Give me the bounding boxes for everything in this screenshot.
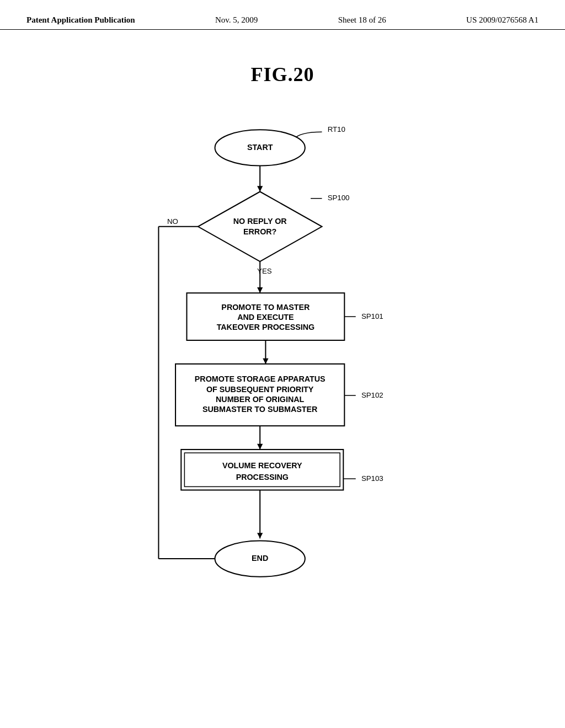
svg-marker-2	[257, 186, 263, 191]
svg-marker-15	[257, 444, 263, 449]
sp102-line2: OF SUBSEQUENT PRIORITY	[206, 385, 314, 394]
page-header: Patent Application Publication Nov. 5, 2…	[0, 0, 565, 30]
sp101-line3: TAKEOVER PROCESSING	[217, 323, 315, 331]
end-label: END	[252, 554, 268, 563]
sp100-label: SP100	[328, 194, 350, 202]
sp103-line1: VOLUME RECOVERY	[222, 461, 302, 470]
svg-marker-19	[257, 533, 263, 538]
sp101-line2: AND EXECUTE	[237, 313, 294, 322]
decision-line2: ERROR?	[243, 227, 276, 236]
yes-label: YES	[257, 267, 272, 275]
flowchart: RT10 START SP100 NO REPLY OR ERROR? YES …	[0, 97, 565, 638]
sp101-label: SP101	[361, 312, 383, 320]
sp102-line1: PROMOTE STORAGE APPARATUS	[195, 374, 326, 383]
sp102-line4: SUBMASTER TO SUBMASTER	[202, 405, 318, 414]
sheet-label: Sheet 18 of 26	[338, 15, 386, 25]
publication-label: Patent Application Publication	[26, 15, 135, 25]
decision-line1: NO REPLY OR	[233, 217, 287, 226]
figure-title: FIG.20	[0, 63, 565, 86]
start-label: START	[247, 143, 273, 152]
svg-marker-12	[263, 358, 268, 364]
sp101-line1: PROMOTE TO MASTER	[221, 303, 310, 312]
svg-marker-5	[257, 287, 263, 293]
sp102-line3: NUMBER OF ORIGINAL	[216, 395, 305, 404]
no-label: NO	[167, 217, 178, 226]
rt10-label: RT10	[328, 125, 345, 133]
date-label: Nov. 5, 2009	[215, 15, 258, 25]
patent-number: US 2009/0276568 A1	[466, 15, 539, 25]
sp102-label: SP102	[361, 391, 383, 399]
sp103-line2: PROCESSING	[236, 473, 289, 481]
sp103-label: SP103	[361, 474, 383, 483]
